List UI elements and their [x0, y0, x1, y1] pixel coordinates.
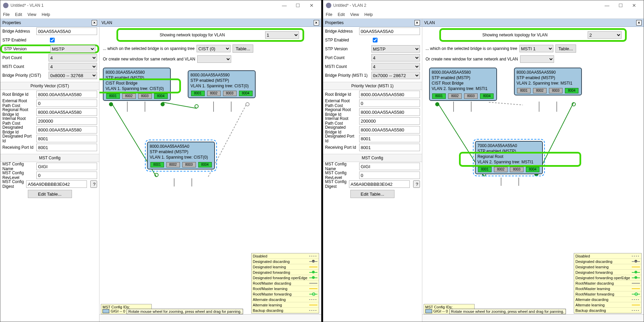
port-8003[interactable]: 8003 [138, 93, 152, 99]
port-8001[interactable]: 8001 [432, 93, 446, 99]
bridge-node[interactable]: 8000.00AA55AA5590STP enabled (MSTP)VLAN … [514, 68, 582, 95]
mst-digest-help-button[interactable]: ? [413, 180, 420, 188]
topology-canvas[interactable]: 8000.00AA55AA5580STP enabled (MSTP)CIST … [422, 64, 644, 322]
mst-name-input[interactable] [359, 163, 420, 170]
menu-help[interactable]: Help [364, 12, 373, 17]
vlan-title: VLAN [424, 20, 435, 25]
msti-count-select[interactable]: 4 [371, 63, 420, 70]
port-8003[interactable]: 8003 [464, 93, 478, 99]
mst-digest-help-button[interactable]: ? [90, 180, 97, 188]
node-role: Regional Root [478, 154, 540, 159]
mst-rev-input[interactable] [36, 172, 97, 179]
bridge-node[interactable]: 7000.00AA55AA55A0STP enabled (MSTP)Regio… [475, 141, 543, 174]
edit-table-button[interactable]: Edit Table... [350, 190, 394, 198]
external-root-path-input[interactable] [359, 100, 420, 107]
bridge-node[interactable]: 8000.00AA55AA5580STP enabled (MSTP)CIST … [103, 68, 171, 101]
menu-view[interactable]: View [27, 12, 36, 17]
receiving-port-input[interactable] [36, 144, 97, 151]
port-8004[interactable]: 8004 [565, 88, 578, 93]
tree-select[interactable]: MSTI 1 [519, 45, 553, 52]
vlan-select[interactable]: 2 [588, 31, 622, 39]
menu-file[interactable]: File [326, 12, 332, 17]
external-root-path-input[interactable] [36, 100, 97, 107]
close-button[interactable]: ✕ [305, 3, 318, 8]
port-8001[interactable]: 8001 [191, 91, 205, 96]
bridge-node[interactable]: 8000.00AA55AA55A0STP enabled (MSTP)VLAN … [147, 142, 215, 169]
port-8003[interactable]: 8003 [223, 91, 237, 96]
designated-bridge-input[interactable] [36, 126, 97, 133]
port-count-select[interactable]: 4 [371, 54, 420, 61]
mst-digest-input[interactable] [349, 180, 410, 188]
port-8001[interactable]: 8001 [106, 93, 120, 99]
minimize-button[interactable]: — [600, 3, 614, 8]
table-button[interactable]: Table... [555, 44, 576, 53]
port-8004[interactable]: 8004 [198, 162, 212, 167]
port-8002[interactable]: 8002 [166, 162, 180, 167]
mst-rev-input[interactable] [359, 172, 420, 179]
menu-view[interactable]: View [350, 12, 359, 17]
bridge-node[interactable]: 8000.00AA55AA5580STP enabled (MSTP)CIST … [429, 68, 497, 101]
close-properties-icon[interactable]: × [92, 20, 97, 25]
menu-help[interactable]: Help [42, 12, 50, 17]
designated-port-input[interactable] [36, 135, 97, 142]
node-stp: STP enabled (MSTP) [150, 149, 212, 155]
port-8004[interactable]: 8004 [239, 91, 253, 96]
port-8002[interactable]: 8002 [122, 93, 136, 99]
minimize-button[interactable]: — [278, 3, 291, 8]
table-button[interactable]: Table... [233, 44, 253, 53]
receiving-port-input[interactable] [359, 144, 420, 151]
port-8003[interactable]: 8003 [182, 162, 196, 167]
bridge-address-input[interactable] [36, 28, 97, 35]
port-8004[interactable]: 8004 [480, 93, 494, 99]
stp-version-select[interactable]: MSTP [371, 45, 420, 53]
port-8002[interactable]: 8002 [207, 91, 221, 96]
regional-root-id-input[interactable] [359, 108, 420, 116]
port-8001[interactable]: 8001 [517, 88, 531, 93]
designated-port-input[interactable] [359, 135, 420, 142]
bridge-node[interactable]: 8000.00AA55AA5590STP enabled (MSTP)VLAN … [188, 70, 256, 98]
internal-root-path-input[interactable] [36, 117, 97, 125]
bridge-priority-select[interactable]: 0x8000 -- 32768 [49, 72, 97, 79]
edit-table-button[interactable]: Edit Table... [28, 190, 72, 198]
close-button[interactable]: ✕ [627, 3, 641, 8]
regional-root-id-input[interactable] [36, 108, 97, 116]
bridge-address-input[interactable] [359, 28, 420, 35]
port-8002[interactable]: 8002 [533, 88, 547, 93]
stp-version-select[interactable]: MSTP [50, 45, 95, 53]
internal-root-path-input[interactable] [359, 117, 420, 125]
menu-edit[interactable]: Edit [338, 12, 345, 17]
root-bridge-id-input[interactable] [359, 91, 420, 98]
stp-enabled-checkbox[interactable] [50, 38, 55, 42]
tree-select[interactable]: CIST (0) [197, 45, 231, 52]
mst-digest-input[interactable] [26, 180, 87, 188]
designated-bridge-input[interactable] [359, 126, 420, 133]
port-8003[interactable]: 8003 [510, 167, 523, 172]
maximize-button[interactable]: ☐ [614, 3, 627, 8]
msti-count-select[interactable]: 4 [49, 63, 97, 70]
port-8003[interactable]: 8003 [549, 88, 563, 93]
mst-name-input[interactable] [36, 163, 97, 170]
topology-canvas[interactable]: 8000.00AA55AA5580STP enabled (MSTP)CIST … [99, 64, 321, 322]
bridge-priority-select[interactable]: 0x7000 -- 28672 [371, 72, 420, 79]
menu-edit[interactable]: Edit [15, 12, 22, 17]
stp-enabled-checkbox[interactable] [373, 38, 378, 42]
port-8002[interactable]: 8002 [448, 93, 462, 99]
close-properties-icon[interactable]: × [415, 20, 420, 25]
root-bridge-id-input[interactable] [36, 91, 97, 98]
port-8004[interactable]: 8004 [154, 93, 168, 99]
legend-label: Root/Master learning [253, 287, 288, 291]
vlan-select[interactable]: 1 [265, 31, 299, 39]
port-count-select[interactable]: 4 [49, 54, 97, 61]
maximize-button[interactable]: ☐ [291, 3, 305, 8]
port-8002[interactable]: 8002 [494, 167, 508, 172]
new-window-select[interactable] [197, 55, 231, 63]
close-vlan-icon[interactable]: × [636, 20, 642, 25]
close-vlan-icon[interactable]: × [314, 20, 319, 25]
which-label: ... which on the selected bridge is on s… [103, 46, 195, 51]
port-8001[interactable]: 8001 [478, 167, 492, 172]
port-8001[interactable]: 8001 [150, 162, 164, 167]
menu-file[interactable]: File [3, 12, 10, 17]
new-window-select[interactable] [520, 55, 554, 63]
node-span: VLAN 2. Spanning tree: MSTI1 [478, 159, 540, 165]
port-8004[interactable]: 8004 [526, 167, 539, 172]
